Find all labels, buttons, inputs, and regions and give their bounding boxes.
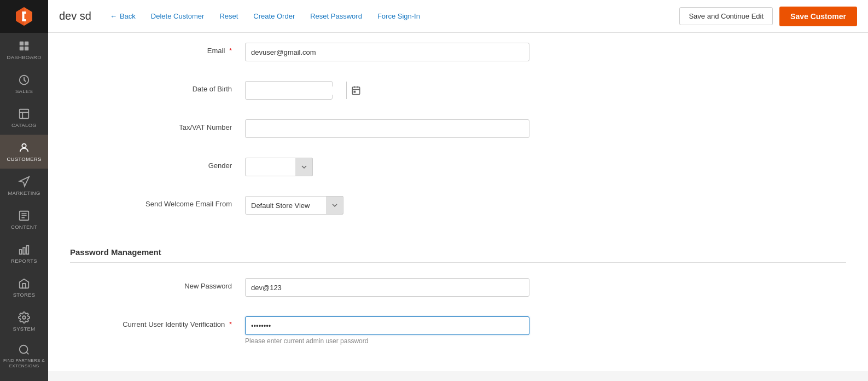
topbar-actions: ← Back Delete Customer Reset Create Orde… [102, 7, 857, 26]
email-required-marker: * [229, 47, 232, 55]
verification-required-marker: * [229, 320, 232, 328]
sidebar-item-sales[interactable]: SALES [0, 67, 48, 101]
sidebar-item-customers[interactable]: CUSTOMERS [0, 135, 48, 169]
sidebar-item-catalog[interactable]: CATALOG [0, 101, 48, 135]
content-area: Email * Date of Birth [48, 33, 868, 381]
create-order-label: Create Order [253, 12, 295, 20]
svg-rect-6 [25, 41, 28, 45]
svg-rect-20 [27, 245, 29, 254]
sidebar-item-label-find-partners: FIND PARTNERS & EXTENSIONS [2, 358, 46, 368]
main-area: dev sd ← Back Delete Customer Reset Crea… [48, 0, 868, 381]
new-password-input[interactable] [245, 278, 529, 297]
svg-rect-5 [20, 41, 24, 45]
sidebar-logo [0, 0, 48, 33]
verification-input[interactable] [245, 316, 529, 335]
sidebar-item-find-partners[interactable]: FIND PARTNERS & EXTENSIONS [0, 338, 48, 374]
svg-rect-19 [23, 247, 25, 254]
gender-select[interactable]: Male Female Not Specified [245, 158, 313, 176]
sidebar-item-marketing[interactable]: MARKETING [0, 169, 48, 203]
svg-rect-10 [20, 109, 29, 118]
svg-rect-4 [22, 19, 26, 21]
welcome-select-wrapper: Default Store View Store View 1 [245, 196, 343, 215]
email-row: Email * [70, 33, 846, 71]
back-arrow-icon: ← [110, 12, 117, 20]
system-icon [18, 311, 30, 324]
dob-label: Date of Birth [70, 81, 245, 93]
svg-rect-28 [354, 91, 355, 93]
verification-hint: Please enter current admin user password [245, 337, 529, 345]
calendar-button[interactable] [346, 82, 365, 99]
sales-icon [18, 74, 30, 86]
svg-point-13 [22, 143, 26, 147]
welcome-email-row: Send Welcome Email From Default Store Vi… [70, 186, 846, 224]
new-password-label: New Password [70, 278, 245, 290]
calendar-icon [351, 85, 361, 95]
sidebar: DASHBOARD SALES CATALOG CUSTOMERS MARKET… [0, 0, 48, 381]
back-button[interactable]: ← Back [102, 12, 143, 20]
customers-icon [18, 142, 30, 154]
sidebar-item-label-catalog: CATALOG [11, 122, 37, 128]
email-field-wrapper [245, 43, 529, 61]
gender-label: Gender [70, 158, 245, 170]
reports-icon [18, 244, 30, 256]
content-icon [18, 210, 30, 222]
tax-label: Tax/VAT Number [70, 119, 245, 131]
new-password-field-wrapper [245, 278, 529, 297]
find-partners-icon [18, 344, 30, 356]
catalog-icon [18, 108, 30, 120]
welcome-email-label: Send Welcome Email From [70, 196, 245, 208]
sidebar-item-label-sales: SALES [15, 88, 33, 94]
topbar: dev sd ← Back Delete Customer Reset Crea… [48, 0, 868, 33]
sidebar-item-reports[interactable]: REPORTS [0, 236, 48, 270]
magento-logo-icon [14, 6, 34, 27]
save-customer-button[interactable]: Save Customer [779, 7, 857, 26]
delete-customer-button[interactable]: Delete Customer [143, 12, 212, 20]
dashboard-icon [18, 40, 30, 52]
sidebar-item-label-reports: REPORTS [11, 258, 37, 264]
sidebar-item-label-content: CONTENT [11, 224, 37, 230]
force-signin-button[interactable]: Force Sign-In [370, 12, 428, 20]
email-input[interactable] [245, 43, 529, 61]
svg-point-21 [22, 316, 26, 319]
svg-rect-24 [352, 87, 360, 95]
new-password-row: New Password [70, 268, 846, 307]
stores-icon [18, 278, 30, 290]
marketing-icon [18, 176, 30, 188]
sidebar-item-label-dashboard: DASHBOARD [7, 54, 42, 60]
sidebar-item-label-system: SYSTEM [13, 326, 36, 332]
welcome-email-select[interactable]: Default Store View Store View 1 [245, 196, 343, 215]
svg-rect-7 [20, 46, 24, 50]
sidebar-item-dashboard[interactable]: DASHBOARD [0, 33, 48, 67]
dob-input[interactable] [246, 86, 346, 95]
sidebar-item-system[interactable]: SYSTEM [0, 304, 48, 338]
reset-password-button[interactable]: Reset Password [302, 12, 370, 20]
back-label: Back [120, 12, 136, 20]
gender-field-wrapper: Male Female Not Specified [245, 158, 529, 176]
tax-input[interactable] [245, 119, 529, 138]
verification-field-wrapper: Please enter current admin user password [245, 316, 529, 345]
gender-row: Gender Male Female Not Specified [70, 148, 846, 186]
sidebar-item-stores[interactable]: STORES [0, 270, 48, 304]
page-title: dev sd [59, 10, 91, 22]
tax-row: Tax/VAT Number [70, 109, 846, 148]
sidebar-item-content[interactable]: CONTENT [0, 203, 48, 236]
email-label: Email * [70, 43, 245, 55]
dob-field-wrapper [245, 81, 529, 100]
reset-button[interactable]: Reset [212, 12, 246, 20]
customer-form: Email * Date of Birth [48, 33, 868, 371]
sidebar-item-label-stores: STORES [13, 292, 36, 298]
reset-password-label: Reset Password [310, 12, 362, 20]
welcome-email-field-wrapper: Default Store View Store View 1 [245, 196, 529, 215]
svg-point-22 [20, 345, 28, 354]
tax-field-wrapper [245, 119, 529, 138]
gender-select-wrapper: Male Female Not Specified [245, 158, 313, 176]
svg-rect-18 [20, 250, 22, 254]
svg-rect-3 [22, 11, 26, 14]
create-order-button[interactable]: Create Order [246, 12, 302, 20]
delete-customer-label: Delete Customer [151, 12, 205, 20]
reset-label: Reset [219, 12, 238, 20]
date-input-wrapper [245, 81, 333, 100]
svg-rect-8 [25, 46, 28, 50]
save-continue-button[interactable]: Save and Continue Edit [679, 7, 773, 25]
sidebar-item-label-customers: CUSTOMERS [7, 156, 41, 162]
